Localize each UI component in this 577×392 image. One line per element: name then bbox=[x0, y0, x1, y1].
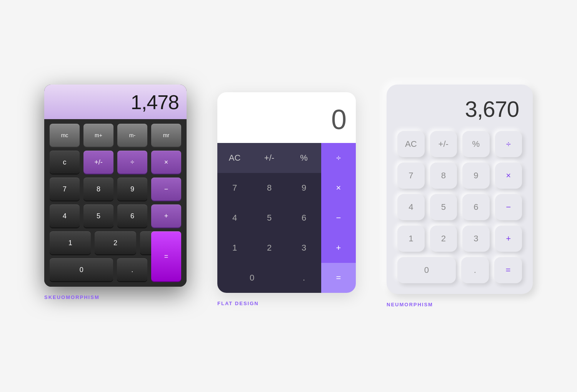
neumorphic-3-button[interactable]: 3 bbox=[462, 226, 490, 252]
skeu-row-1: mc m+ m- mr bbox=[50, 124, 181, 147]
flat-5-button[interactable]: 5 bbox=[252, 203, 287, 233]
flat-row-1: AC +/- % ÷ bbox=[217, 143, 356, 173]
skeu-sign-button[interactable]: +/- bbox=[83, 151, 113, 174]
flat-multiply-button[interactable]: × bbox=[321, 173, 356, 203]
flat-calculator: 0 AC +/- % ÷ 7 8 9 × 4 bbox=[217, 92, 356, 293]
neumorphic-equals-button[interactable]: = bbox=[494, 257, 522, 283]
neumorphic-0-button[interactable]: 0 bbox=[397, 257, 456, 283]
neumorphic-7-button[interactable]: 7 bbox=[397, 163, 425, 189]
neumorphic-2-button[interactable]: 2 bbox=[430, 226, 457, 252]
skeu-divide-button[interactable]: ÷ bbox=[117, 151, 147, 174]
neumorphic-9-button[interactable]: 9 bbox=[462, 163, 490, 189]
skeu-2-button[interactable]: 2 bbox=[95, 231, 136, 254]
skeu-row-2: c +/- ÷ × bbox=[50, 151, 181, 174]
neumorphic-1-button[interactable]: 1 bbox=[397, 226, 425, 252]
neumorphic-row-5: 0 . = bbox=[397, 257, 522, 283]
flat-divide-button[interactable]: ÷ bbox=[321, 143, 356, 173]
calculators-container: 1,478 mc m+ m- mr c +/- ÷ × bbox=[13, 61, 564, 331]
flat-3-button[interactable]: 3 bbox=[287, 233, 321, 263]
flat-wrapper: 0 AC +/- % ÷ 7 8 9 × 4 bbox=[217, 92, 356, 306]
skeu-5-button[interactable]: 5 bbox=[83, 204, 113, 228]
skeuomorphism-label: SKEUOMORPHISM bbox=[44, 294, 100, 300]
flat-7-button[interactable]: 7 bbox=[217, 173, 252, 203]
skeu-mminus-button[interactable]: m- bbox=[117, 124, 147, 147]
skeu-row-3: 7 8 9 − bbox=[50, 178, 181, 201]
neumorphic-4-button[interactable]: 4 bbox=[397, 194, 425, 220]
flat-ac-button[interactable]: AC bbox=[217, 143, 252, 173]
flat-row-3: 4 5 6 − bbox=[217, 203, 356, 233]
skeu-mplus-button[interactable]: m+ bbox=[83, 124, 113, 147]
skeu-9-button[interactable]: 9 bbox=[117, 178, 147, 201]
skeu-4-button[interactable]: 4 bbox=[50, 204, 80, 228]
neumorphic-sign-button[interactable]: +/- bbox=[430, 131, 457, 157]
skeu-1-button[interactable]: 1 bbox=[50, 231, 91, 254]
skeu-equals-button[interactable]: = bbox=[151, 231, 181, 281]
flat-display-value: 0 bbox=[331, 104, 347, 135]
neumorphic-buttons: AC +/- % ÷ 7 8 9 × 4 5 6 − bbox=[397, 131, 522, 283]
neumorphic-row-1: AC +/- % ÷ bbox=[397, 131, 522, 157]
skeu-7-button[interactable]: 7 bbox=[50, 178, 80, 201]
flat-dot-button[interactable]: . bbox=[287, 263, 321, 293]
flat-display: 0 bbox=[217, 92, 356, 143]
skeu-multiply-button[interactable]: × bbox=[151, 151, 181, 174]
neumorphism-wrapper: 3,670 AC +/- % ÷ 7 8 9 × bbox=[387, 85, 533, 307]
neumorphic-add-button[interactable]: + bbox=[495, 226, 522, 252]
skeuomorphism-calculator: 1,478 mc m+ m- mr c +/- ÷ × bbox=[44, 85, 187, 287]
neumorphic-subtract-button[interactable]: − bbox=[495, 194, 522, 220]
neumorphic-row-2: 7 8 9 × bbox=[397, 163, 522, 189]
skeu-mr-button[interactable]: mr bbox=[151, 124, 181, 147]
neumorphic-8-button[interactable]: 8 bbox=[430, 163, 457, 189]
skeu-add-button[interactable]: + bbox=[151, 204, 181, 228]
neumorphic-ac-button[interactable]: AC bbox=[397, 131, 425, 157]
neumorphic-percent-button[interactable]: % bbox=[462, 131, 490, 157]
skeuomorphism-wrapper: 1,478 mc m+ m- mr c +/- ÷ × bbox=[44, 85, 187, 300]
flat-percent-button[interactable]: % bbox=[287, 143, 321, 173]
skeu-subtract-button[interactable]: − bbox=[151, 178, 181, 201]
flat-2-button[interactable]: 2 bbox=[252, 233, 287, 263]
flat-sign-button[interactable]: +/- bbox=[252, 143, 287, 173]
neumorphic-divide-button[interactable]: ÷ bbox=[495, 131, 522, 157]
skeu-0-button[interactable]: 0 bbox=[50, 258, 113, 281]
skeu-6-button[interactable]: 6 bbox=[117, 204, 147, 228]
flat-0-button[interactable]: 0 bbox=[217, 263, 287, 293]
skeu-buttons: mc m+ m- mr c +/- ÷ × 7 8 9 − bbox=[44, 119, 187, 287]
neumorphic-row-4: 1 2 3 + bbox=[397, 226, 522, 252]
flat-9-button[interactable]: 9 bbox=[287, 173, 321, 203]
flat-subtract-button[interactable]: − bbox=[321, 203, 356, 233]
neumorphic-display: 3,670 bbox=[397, 96, 522, 131]
neumorphism-calculator: 3,670 AC +/- % ÷ 7 8 9 × bbox=[387, 85, 533, 294]
neumorphic-dot-button[interactable]: . bbox=[461, 257, 489, 283]
neumorphic-multiply-button[interactable]: × bbox=[495, 163, 522, 189]
neumorphic-row-3: 4 5 6 − bbox=[397, 194, 522, 220]
flat-row-5: 0 . = bbox=[217, 263, 356, 293]
skeu-display-value: 1,478 bbox=[131, 91, 179, 114]
skeu-clear-button[interactable]: c bbox=[50, 151, 80, 174]
neumorphism-label: NEUMORPHISM bbox=[387, 302, 433, 307]
flat-equals-button[interactable]: = bbox=[321, 263, 356, 293]
skeu-mc-button[interactable]: mc bbox=[50, 124, 80, 147]
skeu-row-4: 4 5 6 + bbox=[50, 204, 181, 228]
neumorphic-5-button[interactable]: 5 bbox=[430, 194, 457, 220]
flat-label: FLAT DESIGN bbox=[217, 301, 259, 306]
skeu-dot-button[interactable]: . bbox=[117, 258, 147, 281]
flat-buttons: AC +/- % ÷ 7 8 9 × 4 5 6 − bbox=[217, 143, 356, 293]
neumorphic-6-button[interactable]: 6 bbox=[462, 194, 490, 220]
skeu-display: 1,478 bbox=[44, 85, 187, 119]
flat-4-button[interactable]: 4 bbox=[217, 203, 252, 233]
neumorphic-display-value: 3,670 bbox=[465, 96, 519, 121]
flat-8-button[interactable]: 8 bbox=[252, 173, 287, 203]
skeu-8-button[interactable]: 8 bbox=[83, 178, 113, 201]
skeu-row-5: 1 2 3 = bbox=[50, 231, 181, 254]
flat-row-4: 1 2 3 + bbox=[217, 233, 356, 263]
flat-row-2: 7 8 9 × bbox=[217, 173, 356, 203]
flat-6-button[interactable]: 6 bbox=[287, 203, 321, 233]
flat-1-button[interactable]: 1 bbox=[217, 233, 252, 263]
flat-add-button[interactable]: + bbox=[321, 233, 356, 263]
